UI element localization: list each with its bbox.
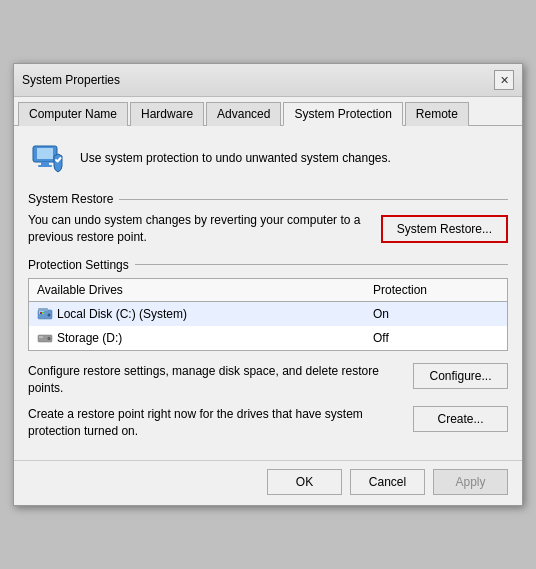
configure-button[interactable]: Configure... <box>413 363 508 389</box>
svg-rect-13 <box>39 336 43 338</box>
table-row[interactable]: Storage (D:) Off <box>29 326 508 351</box>
bottom-buttons: OK Cancel Apply <box>14 460 522 505</box>
close-button[interactable]: ✕ <box>494 70 514 90</box>
ok-button[interactable]: OK <box>267 469 342 495</box>
svg-rect-7 <box>38 308 48 311</box>
local-disk-icon <box>37 306 53 322</box>
storage-disk-icon <box>37 330 53 346</box>
svg-rect-8 <box>40 312 42 313</box>
tab-content: Use system protection to undo unwanted s… <box>14 126 522 460</box>
tab-computer-name[interactable]: Computer Name <box>18 102 128 126</box>
svg-rect-11 <box>42 313 44 314</box>
drives-table: Available Drives Protection <box>28 278 508 351</box>
shield-icon <box>28 138 68 178</box>
svg-point-6 <box>48 313 51 316</box>
drive-name: Local Disk (C:) (System) <box>57 307 187 321</box>
table-header-row: Available Drives Protection <box>29 278 508 301</box>
col-header-drives: Available Drives <box>29 278 365 301</box>
svg-point-15 <box>48 338 49 339</box>
create-row: Create a restore point right now for the… <box>28 406 508 440</box>
window-title: System Properties <box>22 73 120 87</box>
drive-name-cell: Storage (D:) <box>29 326 365 351</box>
protection-settings-section: Protection Settings Available Drives Pro… <box>28 258 508 351</box>
cancel-button[interactable]: Cancel <box>350 469 425 495</box>
tab-bar: Computer Name Hardware Advanced System P… <box>14 97 522 126</box>
table-row[interactable]: Local Disk (C:) (System) On <box>29 301 508 326</box>
svg-rect-10 <box>40 313 42 314</box>
system-restore-button[interactable]: System Restore... <box>381 215 508 243</box>
system-restore-title: System Restore <box>28 192 508 206</box>
header-text: Use system protection to undo unwanted s… <box>80 150 391 167</box>
configure-text: Configure restore settings, manage disk … <box>28 363 401 397</box>
create-text: Create a restore point right now for the… <box>28 406 401 440</box>
drive-protection-status: Off <box>365 326 508 351</box>
create-button[interactable]: Create... <box>413 406 508 432</box>
drive-name: Storage (D:) <box>57 331 122 345</box>
apply-button[interactable]: Apply <box>433 469 508 495</box>
svg-rect-9 <box>42 312 44 313</box>
protection-settings-title: Protection Settings <box>28 258 508 272</box>
tab-system-protection[interactable]: System Protection <box>283 102 402 126</box>
drive-name-cell: Local Disk (C:) (System) <box>29 301 365 326</box>
svg-rect-3 <box>38 165 52 167</box>
configure-row: Configure restore settings, manage disk … <box>28 363 508 397</box>
svg-rect-2 <box>41 162 49 165</box>
col-header-protection: Protection <box>365 278 508 301</box>
tab-hardware[interactable]: Hardware <box>130 102 204 126</box>
drive-protection-status: On <box>365 301 508 326</box>
tab-advanced[interactable]: Advanced <box>206 102 281 126</box>
system-restore-section: System Restore You can undo system chang… <box>28 192 508 246</box>
header-section: Use system protection to undo unwanted s… <box>28 138 508 178</box>
system-restore-description: You can undo system changes by reverting… <box>28 212 369 246</box>
tab-remote[interactable]: Remote <box>405 102 469 126</box>
system-properties-window: System Properties ✕ Computer Name Hardwa… <box>13 63 523 506</box>
svg-rect-1 <box>37 148 53 159</box>
system-restore-row: You can undo system changes by reverting… <box>28 212 508 246</box>
title-bar: System Properties ✕ <box>14 64 522 97</box>
